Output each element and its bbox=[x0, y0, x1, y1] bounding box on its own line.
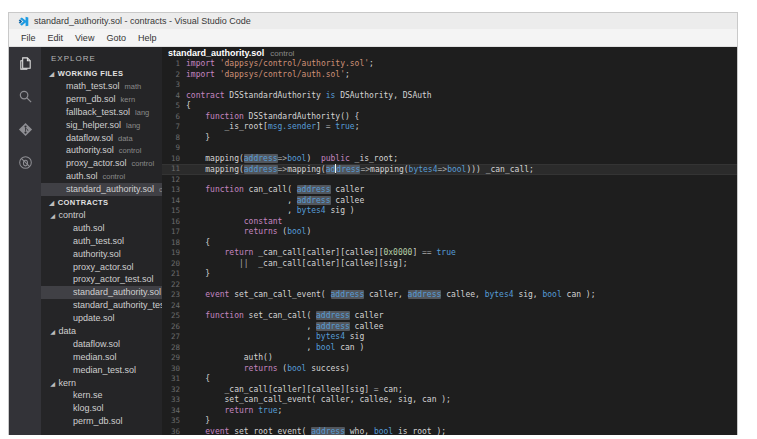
code-token: 'dappsys/control/auth.sol' bbox=[220, 70, 345, 79]
code-line[interactable]: 11 mapping(address=>mapping(address=>map… bbox=[162, 164, 737, 175]
tree-folder[interactable]: ◢kern bbox=[41, 377, 162, 390]
code-line[interactable]: 5{ bbox=[162, 101, 737, 112]
git-icon[interactable] bbox=[9, 122, 41, 155]
working-file-item[interactable]: auth.solcontrol bbox=[41, 170, 162, 183]
contracts-label: CONTRACTS bbox=[58, 198, 109, 207]
tree-file[interactable]: authority.sol bbox=[41, 248, 162, 261]
file-name: kern.se bbox=[73, 390, 103, 400]
tree-file[interactable]: median_test.sol bbox=[41, 364, 162, 377]
code-token: address bbox=[311, 427, 345, 436]
code-line[interactable]: 15 , bytes4 sig ) bbox=[162, 206, 737, 217]
tree-file[interactable]: standard_authority.sol bbox=[41, 286, 162, 299]
code-line[interactable]: 8 } bbox=[162, 133, 737, 144]
tree-file[interactable]: median.sol bbox=[41, 351, 162, 364]
debug-icon[interactable] bbox=[9, 155, 41, 188]
working-file-item[interactable]: dataflow.soldata bbox=[41, 132, 162, 145]
code-text: event set_can_call_event( address caller… bbox=[186, 290, 595, 301]
code-line[interactable]: 9 bbox=[162, 143, 737, 154]
sidebar-title: EXPLORE bbox=[41, 52, 162, 67]
code-line[interactable]: 19 return _can_call[caller][callee][0x00… bbox=[162, 248, 737, 259]
code-line[interactable]: 2import 'dappsys/control/auth.sol'; bbox=[162, 70, 737, 81]
menu-item-goto[interactable]: Goto bbox=[100, 31, 132, 45]
working-file-item[interactable]: standard_authority.solcontrol bbox=[41, 183, 162, 196]
code-line[interactable]: 34 return true; bbox=[162, 406, 737, 417]
working-file-item[interactable]: sig_helper.sollang bbox=[41, 119, 162, 132]
code-line[interactable]: 26 , address callee bbox=[162, 322, 737, 333]
code-line[interactable]: 1import 'dappsys/control/authority.sol'; bbox=[162, 59, 737, 70]
tree-file[interactable]: proxy_actor.sol bbox=[41, 261, 162, 274]
tree-folder[interactable]: ◢data bbox=[41, 325, 162, 338]
working-files-header[interactable]: ◢WORKING FILES bbox=[41, 67, 162, 80]
code-line[interactable]: 6 function DSStandardAuthority() { bbox=[162, 112, 737, 123]
working-file-item[interactable]: perm_db.solkern bbox=[41, 93, 162, 106]
file-name: auth.sol bbox=[73, 223, 105, 233]
code-line[interactable]: 13 function can_call( address caller bbox=[162, 185, 737, 196]
code-line[interactable]: 29 auth() bbox=[162, 353, 737, 364]
tree-file[interactable]: klog.sol bbox=[41, 402, 162, 415]
menu-item-edit[interactable]: Edit bbox=[42, 31, 70, 45]
code-token: => bbox=[278, 154, 288, 163]
code-token: sig ) bbox=[326, 206, 355, 215]
code-line[interactable]: 25 function set_can_call( address caller bbox=[162, 311, 737, 322]
tree-file[interactable]: perm_db.sol bbox=[41, 415, 162, 428]
tree-file[interactable]: auth_test.sol bbox=[41, 235, 162, 248]
line-number: 36 bbox=[162, 427, 180, 436]
code-line[interactable]: 14 , address callee bbox=[162, 196, 737, 207]
file-tag: lang bbox=[126, 121, 140, 130]
code-line[interactable]: 3 bbox=[162, 80, 737, 91]
code-line[interactable]: 17 returns (bool) bbox=[162, 227, 737, 238]
search-icon[interactable] bbox=[9, 89, 41, 122]
code-line[interactable]: 24 bbox=[162, 301, 737, 312]
file-name: math_test.sol bbox=[66, 81, 120, 91]
code-line[interactable]: 33 set_can_call_event( caller, callee, s… bbox=[162, 395, 737, 406]
code-token: can ); bbox=[562, 290, 596, 299]
menu-item-file[interactable]: File bbox=[15, 31, 42, 45]
tree-file[interactable]: auth.sol bbox=[41, 222, 162, 235]
editor-title: standard_authority.solcontrol bbox=[162, 47, 737, 59]
explorer-icon[interactable] bbox=[9, 56, 41, 89]
code-area[interactable]: 1import 'dappsys/control/authority.sol';… bbox=[162, 59, 737, 435]
tree-file[interactable]: proxy_actor_test.sol bbox=[41, 273, 162, 286]
code-token: import bbox=[186, 70, 215, 79]
code-line[interactable]: 27 , bytes4 sig bbox=[162, 332, 737, 343]
code-token: returns bbox=[244, 364, 278, 373]
code-line[interactable]: 20 || _can_call[caller][callee][sig]; bbox=[162, 259, 737, 270]
code-line[interactable]: 28 , bool can ) bbox=[162, 343, 737, 354]
code-line[interactable]: 12 bbox=[162, 175, 737, 186]
code-token: } bbox=[186, 133, 210, 142]
code-line[interactable]: 31 { bbox=[162, 374, 737, 385]
code-token: mapping( bbox=[287, 165, 326, 174]
tree-folder[interactable]: ◢control bbox=[41, 209, 162, 222]
code-line[interactable]: 36 event set_root_event( address who, bo… bbox=[162, 427, 737, 436]
working-file-item[interactable]: math_test.solmath bbox=[41, 80, 162, 93]
code-line[interactable]: 35 } bbox=[162, 416, 737, 427]
file-name: data bbox=[58, 326, 76, 336]
code-line[interactable]: 21 } bbox=[162, 269, 737, 280]
code-token: bool bbox=[287, 154, 306, 163]
tree-file[interactable]: kern.se bbox=[41, 389, 162, 402]
code-line[interactable]: 32 _can_call[caller][callee][sig] = can; bbox=[162, 385, 737, 396]
code-token: bool bbox=[447, 165, 466, 174]
tree-file[interactable]: update.sol bbox=[41, 312, 162, 325]
code-line[interactable]: 30 returns (bool success) bbox=[162, 364, 737, 375]
working-file-item[interactable]: fallback_test.sollang bbox=[41, 106, 162, 119]
line-number: 5 bbox=[162, 101, 180, 112]
menu-item-help[interactable]: Help bbox=[132, 31, 163, 45]
code-line[interactable]: 22 bbox=[162, 280, 737, 291]
code-line[interactable]: 10 mapping(address=>bool) public _is_roo… bbox=[162, 154, 737, 165]
code-token bbox=[186, 248, 225, 257]
code-token: address bbox=[297, 196, 331, 205]
menu-item-view[interactable]: View bbox=[69, 31, 100, 45]
code-line[interactable]: 16 constant bbox=[162, 217, 737, 228]
tree-file[interactable]: dataflow.sol bbox=[41, 338, 162, 351]
contracts-header[interactable]: ◢CONTRACTS bbox=[41, 196, 162, 209]
code-token: who, bbox=[345, 427, 374, 436]
working-file-item[interactable]: proxy_actor.solcontrol bbox=[41, 157, 162, 170]
code-line[interactable]: 4contract DSStandardAuthority is DSAutho… bbox=[162, 91, 737, 102]
tree-file[interactable]: standard_authority_test.sol bbox=[41, 299, 162, 312]
code-line[interactable]: 23 event set_can_call_event( address cal… bbox=[162, 290, 737, 301]
code-token: callee bbox=[331, 196, 365, 205]
working-file-item[interactable]: authority.solcontrol bbox=[41, 144, 162, 157]
code-line[interactable]: 7 _is_root[msg.sender] = true; bbox=[162, 122, 737, 133]
code-line[interactable]: 18 { bbox=[162, 238, 737, 249]
